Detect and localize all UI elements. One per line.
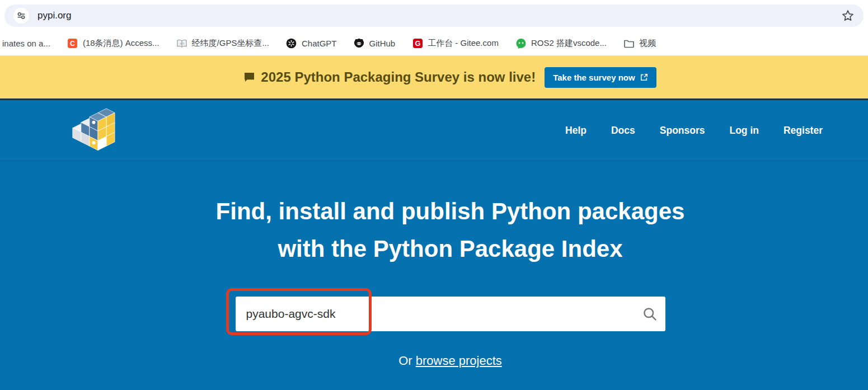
- survey-banner: 2025 Python Packaging Survey is now live…: [0, 56, 868, 98]
- bookmark-item[interactable]: API 经纬度/GPS坐标查...: [176, 38, 269, 49]
- search-form: [236, 297, 665, 331]
- bookmark-item[interactable]: 视频: [623, 38, 656, 49]
- svg-text:API: API: [179, 41, 185, 45]
- nav-sponsors[interactable]: Sponsors: [660, 125, 705, 137]
- nav-docs[interactable]: Docs: [611, 125, 635, 137]
- github-icon: [354, 38, 365, 49]
- hero-title-line1: Find, install and publish Python package…: [16, 192, 868, 230]
- bookmark-label: 工作台 - Gitee.com: [428, 38, 499, 49]
- search-input[interactable]: [236, 297, 665, 331]
- external-link-icon: [640, 73, 648, 81]
- chat-bubble-green-icon: [515, 38, 527, 49]
- header-nav: Help Docs Sponsors Log in Register: [565, 125, 823, 137]
- browser-toolbar: pypi.org: [0, 0, 868, 31]
- magnifier-icon: [642, 306, 658, 322]
- take-survey-button-label: Take the survey now: [553, 73, 635, 82]
- nav-register[interactable]: Register: [783, 125, 823, 137]
- svg-text:G: G: [415, 39, 420, 48]
- nav-login[interactable]: Log in: [729, 125, 758, 137]
- bookmark-item[interactable]: ChatGPT: [286, 38, 337, 49]
- browse-projects-link[interactable]: browse projects: [416, 354, 502, 368]
- folder-icon: [623, 38, 635, 49]
- take-survey-button[interactable]: Take the survey now: [545, 67, 656, 88]
- survey-banner-message-row: 2025 Python Packaging Survey is now live…: [244, 69, 536, 85]
- svg-text:C: C: [70, 40, 75, 48]
- bookmark-label: inates on a...: [2, 39, 50, 48]
- bookmark-label: 视频: [639, 38, 656, 49]
- bookmark-item[interactable]: C (18条消息) Access...: [67, 38, 159, 49]
- survey-banner-text: 2025 Python Packaging Survey is now live…: [261, 69, 536, 85]
- search-button[interactable]: [639, 303, 661, 325]
- pypi-logo[interactable]: [69, 106, 119, 155]
- bookmark-label: (18条消息) Access...: [83, 38, 159, 49]
- bookmark-item[interactable]: GitHub: [354, 38, 396, 49]
- speech-bubble-icon: [244, 72, 255, 82]
- bookmark-item[interactable]: G 工作台 - Gitee.com: [412, 38, 499, 49]
- nav-help[interactable]: Help: [565, 125, 587, 137]
- browse-prefix: Or: [398, 354, 416, 368]
- browse-projects-line: Or browse projects: [16, 354, 868, 368]
- bookmark-item[interactable]: inates on a...: [2, 39, 50, 48]
- open-book-icon: API: [176, 38, 187, 49]
- bookmark-star-button[interactable]: [841, 9, 855, 22]
- bookmark-label: GitHub: [369, 39, 396, 48]
- tune-icon: [16, 11, 26, 21]
- hero-title-line2: with the Python Package Index: [16, 230, 868, 267]
- csdn-icon: C: [67, 38, 78, 49]
- bookmark-label: ROS2 搭建vscode...: [531, 38, 607, 49]
- hero-section: Find, install and publish Python package…: [0, 161, 868, 390]
- address-bar[interactable]: pypi.org: [4, 4, 864, 27]
- star-icon: [841, 9, 855, 22]
- pypi-header: Help Docs Sponsors Log in Register: [0, 100, 868, 161]
- bookmark-item[interactable]: ROS2 搭建vscode...: [515, 38, 607, 49]
- url-text[interactable]: pypi.org: [37, 10, 71, 21]
- bookmark-label: ChatGPT: [302, 39, 337, 48]
- chatgpt-icon: [286, 38, 297, 49]
- hero-title: Find, install and publish Python package…: [16, 192, 868, 267]
- site-settings-button[interactable]: [13, 8, 29, 24]
- bookmark-label: 经纬度/GPS坐标查...: [192, 38, 269, 49]
- bookmarks-bar: inates on a... C (18条消息) Access... API 经…: [0, 31, 868, 56]
- gitee-icon: G: [412, 38, 423, 49]
